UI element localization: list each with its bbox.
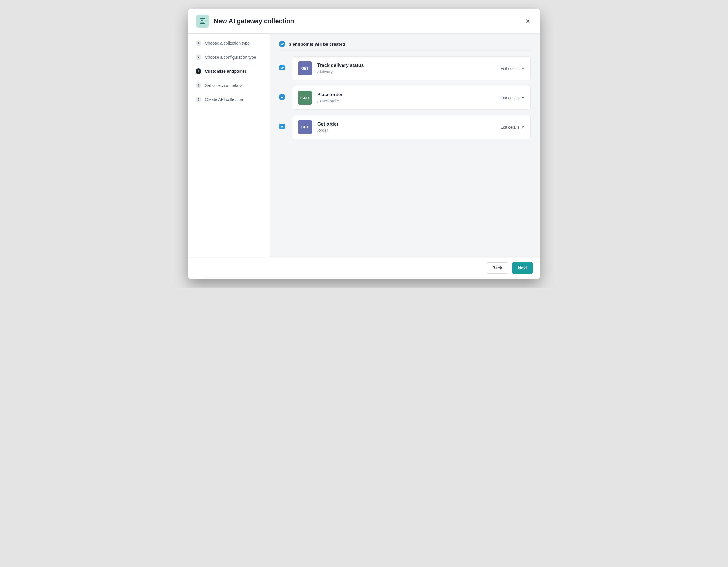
svg-point-3 — [203, 22, 204, 23]
select-all-row: 3 endpoints will be created — [279, 41, 531, 51]
endpoint-checkbox[interactable] — [279, 124, 285, 129]
step-badge: 5 — [196, 97, 201, 102]
svg-point-1 — [201, 22, 202, 23]
modal-header: New AI gateway collection — [188, 9, 540, 34]
edit-details-button[interactable]: Edit details — [501, 96, 525, 100]
chevron-down-icon — [521, 96, 525, 99]
edit-details-label: Edit details — [501, 125, 519, 129]
modal-body: 1Choose a collection type2Choose a confi… — [188, 34, 540, 257]
select-all-checkbox[interactable] — [279, 41, 285, 47]
modal-title: New AI gateway collection — [214, 17, 524, 25]
modal-footer: Back Next — [188, 257, 540, 279]
step-label: Choose a collection type — [205, 41, 250, 45]
steps-sidebar: 1Choose a collection type2Choose a confi… — [188, 34, 270, 257]
next-button[interactable]: Next — [512, 262, 533, 274]
collection-icon — [196, 15, 209, 28]
check-icon — [281, 125, 284, 128]
endpoint-info: Get order/order — [317, 121, 501, 133]
step-label: Create API collection — [205, 97, 243, 102]
svg-rect-0 — [200, 19, 205, 24]
endpoint-row: GETGet order/orderEdit details — [279, 115, 531, 139]
select-all-label: 3 endpoints will be created — [289, 42, 345, 47]
check-icon — [281, 43, 284, 46]
edit-details-button[interactable]: Edit details — [501, 66, 525, 71]
edit-details-label: Edit details — [501, 66, 519, 71]
step-label: Customize endpoints — [205, 69, 247, 74]
step-badge: 4 — [196, 82, 201, 88]
modal: New AI gateway collection 1Choose a coll… — [188, 9, 540, 279]
edit-details-button[interactable]: Edit details — [501, 125, 525, 129]
endpoint-checkbox[interactable] — [279, 65, 285, 70]
step-label: Choose a configuration type — [205, 55, 256, 60]
step-2[interactable]: 2Choose a configuration type — [196, 54, 262, 60]
endpoint-title: Place order — [317, 92, 501, 97]
method-badge: GET — [298, 61, 312, 75]
endpoint-card: POSTPlace order/place-orderEdit details — [292, 86, 531, 110]
svg-point-2 — [202, 22, 203, 23]
endpoint-info: Track delivery status/delivery — [317, 63, 501, 74]
step-label: Set collection details — [205, 83, 242, 88]
chevron-down-icon — [521, 125, 525, 129]
step-badge: 3 — [196, 68, 201, 74]
step-5[interactable]: 5Create API collection — [196, 97, 262, 102]
method-badge: POST — [298, 91, 312, 105]
endpoint-list: GETTrack delivery status/deliveryEdit de… — [279, 56, 531, 139]
endpoint-row: GETTrack delivery status/deliveryEdit de… — [279, 56, 531, 80]
endpoint-info: Place order/place-order — [317, 92, 501, 103]
endpoint-card: GETGet order/orderEdit details — [292, 115, 531, 139]
endpoint-card: GETTrack delivery status/deliveryEdit de… — [292, 56, 531, 80]
step-3[interactable]: 3Customize endpoints — [196, 68, 262, 74]
endpoint-path: /place-order — [317, 99, 501, 103]
chevron-down-icon — [521, 67, 525, 70]
check-icon — [281, 96, 284, 99]
close-icon — [525, 19, 530, 23]
endpoint-row: POSTPlace order/place-orderEdit details — [279, 86, 531, 110]
edit-details-label: Edit details — [501, 96, 519, 100]
endpoint-title: Get order — [317, 121, 501, 127]
method-badge: GET — [298, 120, 312, 134]
close-button[interactable] — [524, 17, 532, 25]
step-badge: 1 — [196, 40, 201, 46]
step-1[interactable]: 1Choose a collection type — [196, 40, 262, 46]
endpoint-title: Track delivery status — [317, 63, 501, 68]
step-4[interactable]: 4Set collection details — [196, 82, 262, 88]
step-badge: 2 — [196, 54, 201, 60]
content-pane: 3 endpoints will be created GETTrack del… — [270, 34, 540, 257]
endpoint-path: /delivery — [317, 69, 501, 74]
back-button[interactable]: Back — [486, 262, 508, 274]
endpoint-checkbox[interactable] — [279, 95, 285, 100]
endpoint-path: /order — [317, 128, 501, 133]
check-icon — [281, 66, 284, 70]
